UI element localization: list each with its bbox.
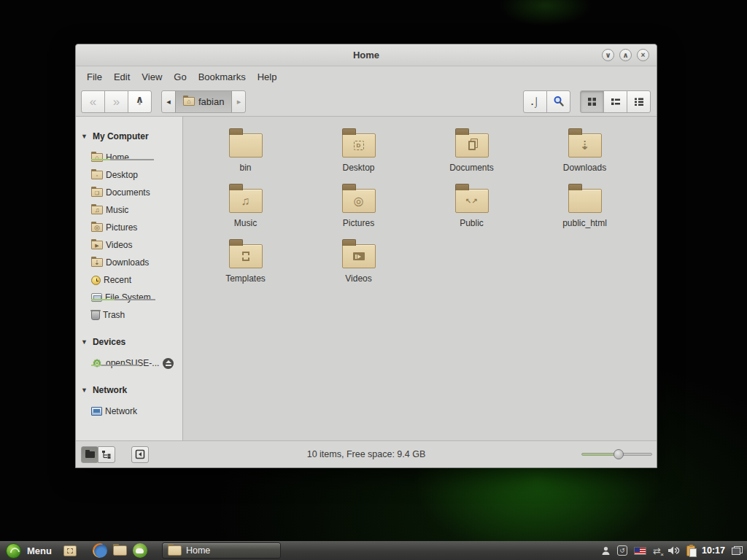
search-button[interactable] — [546, 90, 570, 113]
folder-icon — [168, 545, 182, 556]
section-my-computer[interactable]: ▼ My Computer — [76, 128, 182, 144]
folder-item-downloads[interactable]: Downloads — [528, 124, 641, 179]
documents-folder-icon: ❏ — [91, 188, 103, 197]
folder-item-documents[interactable]: Documents — [415, 124, 528, 179]
folder-item-desktop[interactable]: Desktop — [302, 124, 415, 179]
path-scroll-left-button[interactable]: ◂ — [162, 91, 175, 112]
videos-emblem-icon — [353, 252, 365, 260]
folder-view[interactable]: bin Desktop Documents Downloads Music — [183, 117, 657, 440]
share-emblem-icon — [465, 197, 478, 205]
zoom-slider[interactable] — [581, 449, 652, 459]
folder-item-public-html[interactable]: public_html — [528, 179, 641, 235]
desktop-icon — [63, 545, 77, 556]
folder-item-bin[interactable]: bin — [189, 124, 302, 179]
forward-icon: » — [113, 96, 120, 108]
menu-help[interactable]: Help — [252, 69, 283, 85]
opensuse-gear-icon: ⚙ — [91, 357, 103, 369]
maximize-button[interactable]: ∧ — [619, 49, 632, 61]
folder-icon — [342, 244, 376, 268]
sidebar-item-file-system[interactable]: File System — [76, 289, 182, 306]
system-tray: ↺ ⇄× 10:17 — [601, 545, 743, 556]
path-segment-label: fabian — [198, 96, 224, 107]
desktop-emblem-icon — [354, 141, 364, 150]
home-folder-icon: ⌂ — [91, 153, 103, 162]
folder-icon — [455, 189, 489, 213]
user-tray-icon[interactable] — [601, 546, 611, 556]
sidebar-item-opensuse-device[interactable]: ⚙ openSUSE-... — [76, 354, 182, 372]
icon-view-button[interactable] — [580, 90, 604, 113]
keyboard-layout-us-flag-icon[interactable] — [634, 547, 646, 555]
folder-icon — [568, 189, 602, 213]
path-scroll-right-button[interactable]: ▸ — [232, 91, 245, 112]
device-usage-bar — [91, 365, 139, 366]
eject-button[interactable] — [163, 358, 174, 369]
sidebar-item-recent[interactable]: Recent — [76, 271, 182, 289]
menu-file[interactable]: File — [81, 69, 108, 85]
menu-bookmarks[interactable]: Bookmarks — [193, 69, 252, 85]
software-center-icon — [133, 543, 147, 558]
location-entry-icon: .⌡ — [531, 96, 539, 107]
downloads-emblem-icon — [580, 139, 589, 152]
sidebar-item-music[interactable]: ♫ Music — [76, 201, 182, 219]
sidebar-item-trash[interactable]: Trash — [76, 306, 182, 324]
sidebar-item-network[interactable]: Network — [76, 402, 182, 420]
folder-item-public[interactable]: Public — [415, 179, 528, 235]
file-system-icon — [91, 293, 102, 302]
folder-icon — [229, 244, 263, 268]
folder-item-pictures[interactable]: Pictures — [302, 179, 415, 235]
sidebar-item-downloads[interactable]: ⇣ Downloads — [76, 254, 182, 271]
opensuse-menu-icon — [6, 543, 21, 559]
section-network[interactable]: ▼ Network — [76, 382, 182, 398]
titlebar[interactable]: Home ∨ ∧ × — [76, 44, 657, 66]
up-button[interactable]: ∧∘ — [128, 90, 152, 113]
folder-item-music[interactable]: Music — [189, 179, 302, 235]
folder-item-videos[interactable]: Videos — [302, 235, 415, 290]
firefox-icon — [93, 543, 107, 558]
sidebar-item-videos[interactable]: ▶ Videos — [76, 236, 182, 254]
menu-go[interactable]: Go — [168, 69, 192, 85]
search-icon — [553, 96, 565, 107]
downloads-folder-icon: ⇣ — [91, 258, 103, 267]
templates-emblem-icon — [242, 252, 249, 261]
detailed-view-icon — [634, 97, 644, 106]
folder-item-templates[interactable]: Templates — [189, 235, 302, 290]
section-devices[interactable]: ▼ Devices — [76, 334, 182, 350]
show-desktop-launcher[interactable] — [63, 545, 77, 556]
collapse-triangle-icon: ▼ — [81, 338, 88, 346]
back-button[interactable]: « — [81, 90, 105, 113]
workspace-pager-icon[interactable] — [732, 546, 743, 555]
close-button[interactable]: × — [637, 49, 649, 61]
session-tray-icon[interactable]: ↺ — [617, 545, 627, 556]
taskbar: Menu Home ↺ ⇄× 10:17 — [0, 541, 747, 560]
folder-icon — [342, 189, 376, 213]
software-center-launcher[interactable] — [133, 543, 147, 558]
file-manager-window: Home ∨ ∧ × File Edit View Go Bookmarks H… — [75, 44, 657, 468]
folder-icon — [455, 133, 489, 158]
desktop-folder-icon: ▫ — [91, 171, 103, 179]
documents-emblem-icon — [468, 141, 476, 150]
compact-view-button[interactable] — [603, 90, 627, 113]
minimize-button[interactable]: ∨ — [602, 49, 614, 61]
menu-label[interactable]: Menu — [27, 545, 52, 556]
volume-icon[interactable] — [667, 545, 680, 556]
path-tab-fabian[interactable]: ⌂ fabian — [175, 91, 232, 112]
file-manager-launcher[interactable] — [113, 545, 127, 556]
clock[interactable]: 10:17 — [702, 545, 725, 556]
sidebar-item-desktop[interactable]: ▫ Desktop — [76, 166, 182, 184]
firefox-launcher[interactable] — [93, 543, 107, 558]
location-entry-button[interactable]: .⌡ — [523, 90, 547, 113]
sidebar-item-pictures[interactable]: ◎ Pictures — [76, 219, 182, 236]
folder-icon — [568, 133, 602, 158]
sidebar-item-home[interactable]: ⌂ Home — [76, 149, 182, 166]
network-offline-icon[interactable]: ⇄× — [653, 546, 661, 556]
menu-edit[interactable]: Edit — [108, 69, 136, 85]
sidebar-item-documents[interactable]: ❏ Documents — [76, 184, 182, 201]
start-menu-button[interactable] — [6, 543, 21, 559]
zoom-slider-knob[interactable] — [614, 449, 624, 459]
detailed-view-button[interactable] — [627, 90, 651, 113]
menu-view[interactable]: View — [136, 69, 168, 85]
task-button-home[interactable]: Home — [162, 542, 281, 559]
home-folder-icon: ⌂ — [183, 97, 195, 106]
clipboard-tray-icon[interactable] — [686, 545, 695, 556]
forward-button[interactable]: » — [104, 90, 128, 113]
